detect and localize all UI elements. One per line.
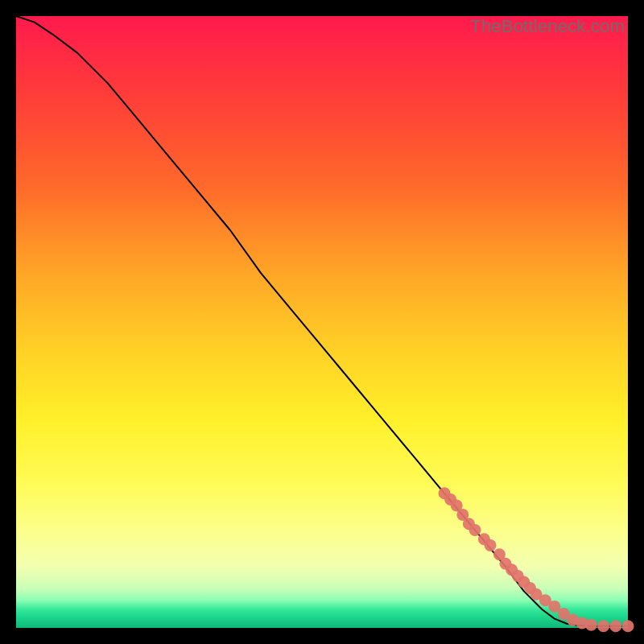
plot-container: TheBottleneck.com	[16, 16, 628, 628]
curve-layer	[16, 16, 628, 626]
marker-layer	[439, 487, 634, 632]
chart-svg	[16, 16, 628, 628]
curve-marker	[622, 620, 634, 632]
curve-marker	[597, 620, 609, 632]
bottleneck-curve	[16, 16, 628, 626]
curve-marker	[485, 539, 497, 551]
curve-marker	[585, 619, 597, 631]
chart-frame: TheBottleneck.com	[0, 0, 644, 644]
curve-marker	[469, 524, 481, 536]
curve-marker	[609, 620, 621, 632]
